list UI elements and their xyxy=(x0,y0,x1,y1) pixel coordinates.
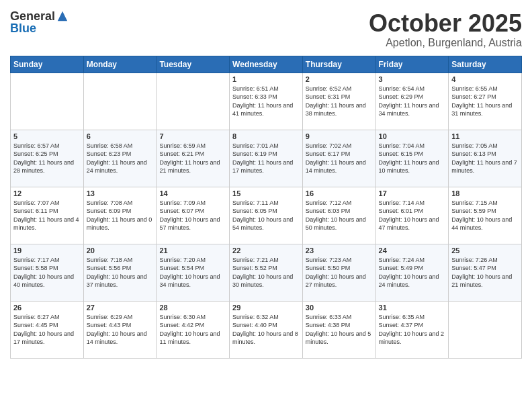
day-info: Daylight: 10 hours and 17 minutes. xyxy=(13,330,81,347)
calendar-cell: 31Sunrise: 6:35 AMSunset: 4:37 PMDayligh… xyxy=(375,301,449,358)
day-info: Daylight: 10 hours and 34 minutes. xyxy=(159,273,226,289)
day-info: Sunset: 6:05 PM xyxy=(232,207,300,216)
day-info: Sunset: 6:13 PM xyxy=(451,150,519,158)
day-info: Sunset: 6:01 PM xyxy=(379,207,446,216)
month-title: October 2025 xyxy=(369,10,522,37)
day-info: Sunset: 5:52 PM xyxy=(232,264,300,273)
calendar-week-2: 5Sunrise: 6:57 AMSunset: 6:25 PMDaylight… xyxy=(11,130,522,187)
day-number: 10 xyxy=(379,132,446,140)
calendar-cell: 15Sunrise: 7:11 AMSunset: 6:05 PMDayligh… xyxy=(230,187,303,244)
day-info: Sunrise: 7:07 AM xyxy=(13,199,81,208)
calendar-week-4: 19Sunrise: 7:17 AMSunset: 5:58 PMDayligh… xyxy=(11,244,522,301)
col-friday: Friday xyxy=(375,56,449,73)
day-info: Daylight: 11 hours and 0 minutes. xyxy=(87,216,154,232)
day-number: 25 xyxy=(451,246,519,255)
day-info: Sunrise: 7:05 AM xyxy=(451,142,519,150)
day-info: Sunrise: 6:30 AM xyxy=(159,313,226,322)
day-info: Daylight: 11 hours and 24 minutes. xyxy=(87,158,154,175)
day-info: Daylight: 10 hours and 40 minutes. xyxy=(13,273,81,289)
svg-marker-0 xyxy=(58,11,67,21)
calendar-cell: 12Sunrise: 7:07 AMSunset: 6:11 PMDayligh… xyxy=(11,187,84,244)
day-number: 1 xyxy=(232,75,300,83)
day-info: Daylight: 11 hours and 21 minutes. xyxy=(159,158,226,175)
day-info: Daylight: 10 hours and 54 minutes. xyxy=(232,216,300,232)
day-info: Sunset: 5:59 PM xyxy=(451,207,519,216)
calendar-cell: 17Sunrise: 7:14 AMSunset: 6:01 PMDayligh… xyxy=(375,187,449,244)
day-number: 4 xyxy=(451,75,519,83)
day-number: 9 xyxy=(306,132,373,140)
day-info: Daylight: 10 hours and 44 minutes. xyxy=(451,216,519,232)
day-number: 20 xyxy=(87,246,154,255)
day-info: Sunset: 5:54 PM xyxy=(159,264,226,273)
day-info: Daylight: 11 hours and 7 minutes. xyxy=(451,158,519,175)
calendar-cell: 18Sunrise: 7:15 AMSunset: 5:59 PMDayligh… xyxy=(449,187,522,244)
day-info: Daylight: 10 hours and 30 minutes. xyxy=(232,273,300,289)
logo-text: General Blue xyxy=(10,10,55,34)
calendar-week-5: 26Sunrise: 6:27 AMSunset: 4:45 PMDayligh… xyxy=(11,301,522,358)
day-info: Daylight: 11 hours and 41 minutes. xyxy=(232,101,300,118)
calendar-cell: 21Sunrise: 7:20 AMSunset: 5:54 PMDayligh… xyxy=(157,244,230,301)
calendar-cell: 13Sunrise: 7:08 AMSunset: 6:09 PMDayligh… xyxy=(83,187,157,244)
day-info: Daylight: 10 hours and 5 minutes. xyxy=(306,330,373,347)
day-info: Daylight: 10 hours and 57 minutes. xyxy=(159,216,226,232)
day-info: Sunset: 6:27 PM xyxy=(451,93,519,101)
day-number: 24 xyxy=(379,246,446,255)
day-info: Daylight: 10 hours and 27 minutes. xyxy=(306,273,373,289)
calendar-cell: 24Sunrise: 7:24 AMSunset: 5:49 PMDayligh… xyxy=(375,244,449,301)
calendar-cell: 6Sunrise: 6:58 AMSunset: 6:23 PMDaylight… xyxy=(83,130,157,187)
col-saturday: Saturday xyxy=(449,56,522,73)
day-number: 8 xyxy=(232,132,300,140)
day-info: Sunset: 5:58 PM xyxy=(13,264,81,273)
day-info: Sunset: 6:29 PM xyxy=(379,93,446,101)
day-info: Sunrise: 7:18 AM xyxy=(87,256,154,265)
day-info: Daylight: 10 hours and 8 minutes. xyxy=(232,330,300,347)
header: General Blue October 2025 Apetlon, Burge… xyxy=(10,10,522,49)
calendar-cell xyxy=(449,301,522,358)
day-info: Daylight: 11 hours and 38 minutes. xyxy=(306,101,373,118)
day-number: 17 xyxy=(379,189,446,197)
day-info: Sunrise: 7:08 AM xyxy=(87,199,154,208)
day-info: Daylight: 11 hours and 4 minutes. xyxy=(13,216,81,232)
day-info: Sunset: 4:37 PM xyxy=(379,321,446,330)
day-info: Sunrise: 6:57 AM xyxy=(13,142,81,150)
day-info: Sunrise: 6:33 AM xyxy=(306,313,373,322)
day-number: 21 xyxy=(159,246,226,255)
day-info: Sunrise: 7:01 AM xyxy=(232,142,300,150)
day-info: Sunset: 5:49 PM xyxy=(379,264,446,273)
day-number: 15 xyxy=(232,189,300,197)
day-number: 13 xyxy=(87,189,154,197)
page: General Blue October 2025 Apetlon, Burge… xyxy=(0,0,532,411)
day-info: Sunset: 6:03 PM xyxy=(306,207,373,216)
calendar-cell: 7Sunrise: 6:59 AMSunset: 6:21 PMDaylight… xyxy=(157,130,230,187)
calendar-header-row: Sunday Monday Tuesday Wednesday Thursday… xyxy=(11,56,522,73)
col-monday: Monday xyxy=(83,56,157,73)
calendar-cell: 27Sunrise: 6:29 AMSunset: 4:43 PMDayligh… xyxy=(83,301,157,358)
day-info: Sunset: 6:19 PM xyxy=(232,150,300,158)
day-info: Sunrise: 7:24 AM xyxy=(379,256,446,265)
day-info: Sunset: 5:50 PM xyxy=(306,264,373,273)
location-title: Apetlon, Burgenland, Austria xyxy=(369,37,522,49)
calendar-cell: 4Sunrise: 6:55 AMSunset: 6:27 PMDaylight… xyxy=(449,73,522,130)
day-info: Sunrise: 6:55 AM xyxy=(451,85,519,93)
day-info: Sunrise: 7:14 AM xyxy=(379,199,446,208)
day-number: 19 xyxy=(13,246,81,255)
calendar-cell: 11Sunrise: 7:05 AMSunset: 6:13 PMDayligh… xyxy=(449,130,522,187)
day-info: Sunrise: 7:21 AM xyxy=(232,256,300,265)
day-info: Sunset: 6:31 PM xyxy=(306,93,373,101)
day-number: 28 xyxy=(159,304,226,312)
day-info: Sunset: 6:09 PM xyxy=(87,207,154,216)
calendar-cell xyxy=(11,73,84,130)
day-info: Sunrise: 7:11 AM xyxy=(232,199,300,208)
day-info: Sunset: 4:42 PM xyxy=(159,321,226,330)
day-info: Sunset: 4:43 PM xyxy=(87,321,154,330)
day-info: Sunrise: 7:09 AM xyxy=(159,199,226,208)
day-number: 26 xyxy=(13,304,81,312)
calendar-cell: 3Sunrise: 6:54 AMSunset: 6:29 PMDaylight… xyxy=(375,73,449,130)
calendar-cell: 25Sunrise: 7:26 AMSunset: 5:47 PMDayligh… xyxy=(449,244,522,301)
day-info: Sunset: 6:25 PM xyxy=(13,150,81,158)
day-number: 27 xyxy=(87,304,154,312)
day-number: 12 xyxy=(13,189,81,197)
day-info: Sunrise: 6:27 AM xyxy=(13,313,81,322)
calendar-cell xyxy=(157,73,230,130)
day-info: Sunset: 6:21 PM xyxy=(159,150,226,158)
